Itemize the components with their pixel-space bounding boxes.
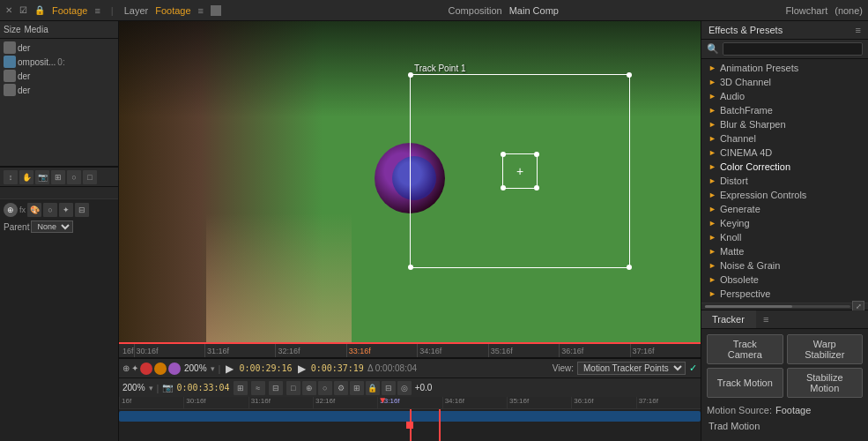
tb-icon-1[interactable]: □ bbox=[286, 381, 300, 395]
tb-icon-5[interactable]: ⊞ bbox=[350, 381, 364, 395]
size-col-header: Size bbox=[4, 25, 20, 34]
motion-source-row: Motion Source: Footage bbox=[701, 403, 868, 417]
tracker-buttons: Track Camera Warp Stabilizer Track Motio… bbox=[701, 329, 868, 403]
stabilize-motion-btn[interactable]: Stabilize Motion bbox=[787, 368, 864, 398]
track-motion-btn[interactable]: Track Motion bbox=[707, 368, 783, 398]
tl-ruler-2: 30:16f bbox=[183, 397, 248, 408]
layer-label: Layer bbox=[124, 5, 149, 16]
purple-track-icon bbox=[168, 363, 181, 375]
tab-menu-icon[interactable]: ≡ bbox=[94, 5, 100, 16]
tab-close[interactable]: ✕ bbox=[5, 5, 12, 15]
arrow-matte: ► bbox=[708, 247, 716, 256]
tracker-tab[interactable]: Tracker bbox=[701, 310, 756, 328]
timeline-toolbar-2: 200% ▾ | 📷 0:00:33:04 ⊞ ≈ ⊟ □ ⊕ ○ ⚙ ⊞ 🔒 … bbox=[119, 377, 701, 397]
track-corner-br[interactable] bbox=[534, 185, 539, 191]
effect-expression-controls[interactable]: ► Expression Controls bbox=[701, 188, 868, 202]
viewer-area[interactable]: Track Point 1 + bbox=[119, 21, 701, 342]
warp-stabilizer-btn[interactable]: Warp Stabilizer bbox=[787, 334, 864, 364]
tb-icon-8[interactable]: ◎ bbox=[397, 381, 412, 395]
motion-source-label: Motion Source: bbox=[707, 405, 772, 415]
track-corner-bl[interactable] bbox=[501, 185, 506, 191]
paint-btn[interactable]: 🎨 bbox=[27, 203, 41, 217]
anchor-tool-btn[interactable]: ⊞ bbox=[51, 170, 65, 184]
list-item[interactable]: der bbox=[2, 41, 116, 55]
effect-name-3d-channel: 3D Channel bbox=[720, 77, 771, 87]
arrow-obsolete: ► bbox=[708, 275, 716, 284]
effect-matte[interactable]: ► Matte bbox=[701, 244, 868, 258]
search-input[interactable] bbox=[723, 42, 863, 56]
tb-icon-7[interactable]: ⊟ bbox=[382, 381, 396, 395]
hand-tool-btn[interactable]: ✋ bbox=[19, 170, 33, 184]
list-item[interactable]: der bbox=[2, 83, 116, 97]
effect-audio[interactable]: ► Audio bbox=[701, 89, 868, 103]
tb-icon-4[interactable]: ⚙ bbox=[334, 381, 348, 395]
effect-cinema4d[interactable]: ► CINEMA 4D bbox=[701, 146, 868, 160]
viewer-controls: ⊕ ✦ 200% ▾ | ▶ 0:00:29:16 ▶ 0:00:37:19 Δ… bbox=[119, 358, 701, 377]
effect-blur-sharpen[interactable]: ► Blur & Sharpen bbox=[701, 117, 868, 131]
add-layer-btn[interactable]: ⊕ bbox=[4, 203, 18, 217]
camera-tool-btn[interactable]: 📷 bbox=[35, 170, 49, 184]
tb-icon-2[interactable]: ⊕ bbox=[302, 381, 316, 395]
motion-blur-btn[interactable]: ≈ bbox=[251, 381, 265, 395]
tracker-header: Tracker ≡ bbox=[701, 310, 868, 329]
effects-presets-title: Effects & Presets bbox=[708, 25, 783, 35]
tracker-menu[interactable]: ≡ bbox=[756, 310, 775, 328]
parent-label: Parent bbox=[4, 222, 29, 232]
footage-tab[interactable]: Footage bbox=[52, 5, 87, 16]
tl-ruler-8: 36:16f bbox=[571, 397, 635, 408]
effects-presets-menu[interactable]: ≡ bbox=[856, 25, 861, 35]
file-icon bbox=[4, 84, 16, 96]
arrow-distort: ► bbox=[708, 176, 716, 185]
effect-animation-presets[interactable]: ► Animation Presets bbox=[701, 61, 868, 75]
view-dropdown[interactable]: Motion Tracker Points bbox=[577, 362, 686, 375]
plus-value: +0.0 bbox=[415, 383, 433, 392]
effect-distort[interactable]: ► Distort bbox=[701, 174, 868, 188]
tb-icon-6[interactable]: 🔒 bbox=[366, 381, 380, 395]
list-item[interactable]: der bbox=[2, 69, 116, 83]
track-bounding-box[interactable]: + bbox=[410, 74, 630, 268]
track-inner-box[interactable]: + bbox=[502, 153, 538, 189]
draft-btn[interactable]: ⊟ bbox=[269, 381, 283, 395]
view-label: View: bbox=[553, 363, 574, 373]
arrow-generate: ► bbox=[708, 205, 716, 213]
zoom-dropdown-arrow[interactable]: ▾ bbox=[211, 364, 215, 373]
list-item[interactable]: omposit... 0: bbox=[2, 55, 116, 69]
effect-channel[interactable]: ► Channel bbox=[701, 131, 868, 146]
effect-obsolete[interactable]: ► Obsolete bbox=[701, 273, 868, 287]
effect-name-generate: Generate bbox=[720, 204, 760, 214]
effect-color-correction[interactable]: ► Color Correction bbox=[701, 160, 868, 174]
parent-select[interactable]: None bbox=[31, 220, 73, 233]
play-btn[interactable]: ▶ bbox=[224, 363, 235, 375]
track-corner-tr[interactable] bbox=[534, 152, 539, 157]
tb-icon-3[interactable]: ○ bbox=[318, 381, 332, 395]
top-bar: ✕ ☑ 🔒 Footage ≡ | Layer Footage ≡ Compos… bbox=[0, 0, 868, 21]
tab-checkbox[interactable]: ☑ bbox=[19, 5, 27, 15]
puppet-btn[interactable]: ✦ bbox=[59, 203, 73, 217]
tl-ruler-3: 31:16f bbox=[249, 397, 313, 408]
move-tool-btn[interactable]: ↕ bbox=[4, 170, 18, 184]
shape-oval-btn[interactable]: ○ bbox=[43, 203, 57, 217]
left-panel-header: Size Media bbox=[0, 21, 118, 39]
effect-3d-channel[interactable]: ► 3D Channel bbox=[701, 75, 868, 89]
shape-tool-btn[interactable]: □ bbox=[83, 170, 97, 184]
track-corner-tl[interactable] bbox=[501, 152, 506, 157]
box-corner-bl bbox=[408, 265, 413, 270]
camera2-btn[interactable]: ⊟ bbox=[75, 203, 89, 217]
tracker-row-2: Track Motion Stabilize Motion bbox=[707, 368, 863, 398]
effect-perspective[interactable]: ► Perspective bbox=[701, 287, 868, 301]
flowchart-value: (none) bbox=[835, 5, 863, 16]
ruler-tick-7: 36:16f bbox=[559, 344, 629, 357]
effect-knoll[interactable]: ► Knoll bbox=[701, 230, 868, 244]
effect-noise-grain[interactable]: ► Noise & Grain bbox=[701, 258, 868, 273]
next-frame-btn[interactable]: ▶ bbox=[296, 363, 308, 375]
snap-btn[interactable]: ⊞ bbox=[234, 381, 248, 395]
mask-tool-btn[interactable]: ○ bbox=[67, 170, 81, 184]
effect-batchframe[interactable]: ► BatchFrame bbox=[701, 103, 868, 117]
effect-keying[interactable]: ► Keying bbox=[701, 216, 868, 230]
effect-name-obsolete: Obsolete bbox=[720, 274, 759, 285]
track-camera-btn[interactable]: Track Camera bbox=[707, 334, 783, 364]
effect-generate[interactable]: ► Generate bbox=[701, 202, 868, 216]
layer-menu[interactable]: ≡ bbox=[198, 5, 204, 16]
arrow-noise-grain: ► bbox=[708, 261, 716, 270]
zoom-dropdown-2[interactable]: ▾ bbox=[149, 384, 153, 392]
